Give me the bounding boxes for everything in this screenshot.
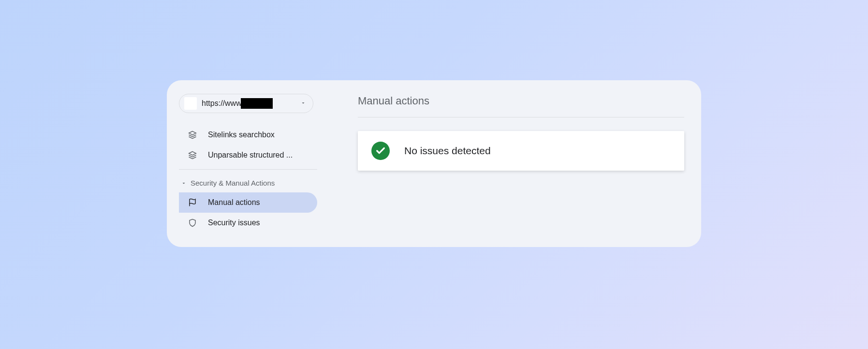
sidebar-item-label: Sitelinks searchbox [208, 131, 275, 139]
shield-icon [188, 218, 197, 228]
property-favicon [184, 97, 197, 110]
nav-list: Sitelinks searchbox Unparsable structure… [179, 125, 329, 165]
property-selector[interactable]: https://www [179, 94, 313, 113]
chevron-down-icon [300, 99, 306, 108]
sidebar-item-label: Manual actions [208, 198, 260, 207]
sidebar-item-unparsable-structured[interactable]: Unparsable structured ... [179, 145, 317, 165]
status-card: No issues detected [358, 131, 684, 171]
svg-marker-0 [189, 131, 196, 135]
nav-sublist: Manual actions Security issues [179, 192, 329, 233]
title-divider [358, 117, 684, 117]
sidebar-item-label: Unparsable structured ... [208, 151, 293, 160]
layers-icon [188, 130, 197, 140]
property-redacted [241, 98, 273, 109]
svg-marker-1 [189, 152, 196, 156]
flag-icon [188, 198, 197, 207]
page-title: Manual actions [358, 95, 684, 107]
status-message: No issues detected [404, 145, 491, 157]
main-content: Manual actions No issues detected [329, 94, 684, 233]
property-url: https://www [202, 99, 242, 108]
sidebar-item-sitelinks-searchbox[interactable]: Sitelinks searchbox [179, 125, 317, 145]
caret-down-icon [181, 180, 187, 186]
nav-divider [179, 169, 317, 170]
layers-icon [188, 150, 197, 160]
checkmark-circle-icon [371, 142, 390, 160]
nav-section-label: Security & Manual Actions [191, 179, 275, 187]
sidebar: https://www Sitelinks searchbox Unparsab… [179, 94, 329, 233]
sidebar-item-manual-actions[interactable]: Manual actions [179, 192, 317, 213]
sidebar-item-label: Security issues [208, 218, 260, 227]
app-panel: https://www Sitelinks searchbox Unparsab… [167, 80, 701, 247]
nav-section-security-manual-actions[interactable]: Security & Manual Actions [179, 174, 329, 192]
sidebar-item-security-issues[interactable]: Security issues [179, 213, 317, 233]
